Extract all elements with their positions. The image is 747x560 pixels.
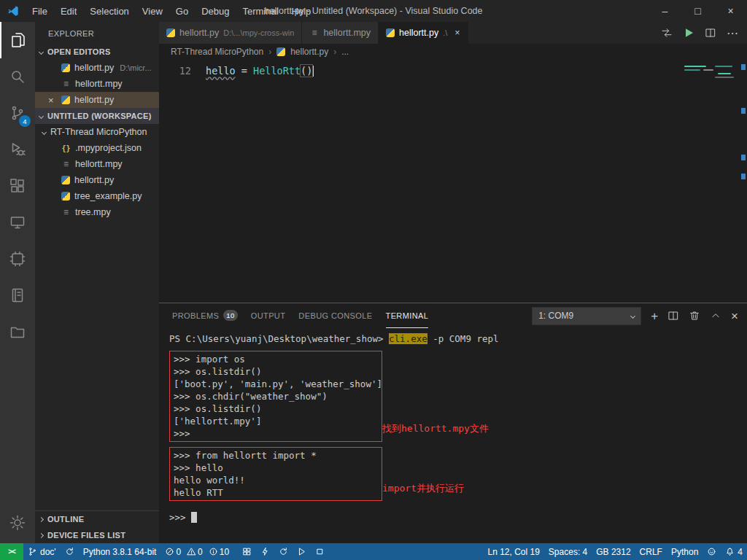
tab-output[interactable]: OUTPUT [251,303,286,328]
file-icon: ≡ [61,79,71,89]
encoding-label: GB 2312 [596,547,630,557]
more-actions-icon[interactable]: ⋯ [727,26,738,40]
file-icon: ≡ [61,159,71,169]
section-open-editors[interactable]: OPEN EDITORS [35,44,159,60]
close-window-button[interactable]: × [714,0,747,22]
error-count: 0 [176,547,181,557]
maximize-panel-icon[interactable] [710,310,721,322]
tab-terminal[interactable]: TERMINAL [386,303,429,328]
spaces-label: Spaces: 4 [549,547,587,557]
minimap[interactable] [681,63,737,92]
terminal-dropdown-value: 1: COM9 [538,311,573,321]
cursor-position[interactable]: Ln 12, Col 19 [483,543,543,560]
menu-view[interactable]: View [136,3,169,20]
panel-tab-label: TERMINAL [386,311,429,320]
panel-header: PROBLEMS 10 OUTPUT DEBUG CONSOLE TERMINA… [159,303,747,328]
split-terminal-icon[interactable] [667,310,679,322]
tree-file-item[interactable]: tree_example.py [35,188,159,204]
menu-file[interactable]: File [26,3,53,20]
board-icon[interactable] [238,543,256,560]
section-device-files[interactable]: DEVICE FILES LIST [35,527,159,543]
tab-debug-console[interactable]: DEBUG CONSOLE [298,303,372,328]
menu-debug[interactable]: Debug [196,3,235,20]
section-workspace[interactable]: UNTITLED (WORKSPACE) [35,108,159,124]
tab-hellortt-mpy[interactable]: ≡ hellortt.mpy [302,22,379,44]
micropython-extension-icon[interactable] [0,241,35,277]
refresh-icon[interactable] [274,543,293,560]
tree-folder-rt-thread[interactable]: RT-Thread MicroPython [35,124,159,140]
tree-file-item[interactable]: {} .mpyproject.json [35,140,159,156]
tree-file-item[interactable]: ≡ hellortt.mpy [35,156,159,172]
run-icon[interactable] [293,543,311,560]
file-label: tree_example.py [74,191,142,201]
close-panel-icon[interactable]: × [731,310,738,322]
open-editor-item[interactable]: hellortt.py D:\micr... [35,60,159,76]
notebook-icon[interactable] [0,277,35,314]
remote-indicator[interactable]: >< [0,543,23,560]
notifications-bell-icon[interactable]: 4 [721,543,747,560]
tab-hellortt-py-active[interactable]: hellortt.py .\ × [379,22,468,44]
status-bar-right: Ln 12, Col 19 Spaces: 4 GB 2312 CRLF Pyt… [483,543,747,560]
breadcrumb-item[interactable]: RT-Thread MicroPython [171,47,263,57]
breadcrumb-item[interactable]: ... [341,47,349,57]
extensions-icon[interactable] [0,168,35,204]
tree-file-item[interactable]: hellortt.py [35,172,159,188]
kill-terminal-icon[interactable] [689,310,700,322]
bottom-panel: PROBLEMS 10 OUTPUT DEBUG CONSOLE TERMINA… [159,303,747,543]
search-icon[interactable] [0,58,35,95]
tree-file-item[interactable]: ≡ tree.mpy [35,204,159,220]
minimize-button[interactable]: – [649,0,681,22]
stop-icon[interactable] [311,543,329,560]
open-changes-icon[interactable] [661,27,673,39]
problems-summary[interactable]: 0 0 10 [160,547,238,557]
run-file-icon[interactable] [683,27,694,39]
tab-strip: hellortt.py D:\...\mpy-cross-win ≡ hello… [159,22,747,44]
settings-gear-icon[interactable] [0,502,35,543]
menu-edit[interactable]: Edit [55,3,82,20]
notification-count: 4 [738,547,743,557]
breadcrumb-item[interactable]: hellortt.py [290,47,328,57]
tab-detail: D:\...\mpy-cross-win [223,28,294,37]
remote-explorer-icon[interactable] [0,204,35,241]
editor-actions: ⋯ [661,22,747,44]
terminal-dropdown[interactable]: 1: COM9 [532,307,641,325]
python-version-label: Python 3.8.1 64-bit [83,547,157,557]
terminal-line: hello RTT [174,486,378,499]
breadcrumb-separator: › [333,47,336,57]
tab-problems[interactable]: PROBLEMS 10 [172,303,238,328]
eol-sequence[interactable]: CRLF [635,543,667,560]
encoding[interactable]: GB 2312 [592,543,635,560]
open-editor-item-active[interactable]: × hellortt.py [35,92,159,108]
source-control-icon[interactable]: 4 [0,95,35,131]
split-editor-icon[interactable] [705,27,716,39]
device-folder-icon[interactable] [0,314,35,350]
menu-go[interactable]: Go [170,3,194,20]
flash-download-icon[interactable] [256,543,274,560]
indentation[interactable]: Spaces: 4 [544,543,592,560]
close-icon[interactable]: × [48,95,57,106]
close-tab-icon[interactable]: × [454,28,460,38]
terminal-line: ['hellortt.mpy'] [174,415,378,427]
terminal[interactable]: PS C:\Users\yuanj\Desktop\weather_show> … [159,328,747,543]
git-branch-item[interactable]: doc' [23,543,61,560]
open-editor-item[interactable]: ≡ hellortt.mpy [35,76,159,92]
maximize-button[interactable]: □ [681,0,714,22]
run-debug-icon[interactable] [0,131,35,168]
menu-selection[interactable]: Selection [84,3,134,20]
new-terminal-icon[interactable]: + [651,310,658,322]
overview-ruler-mark [741,64,746,70]
language-mode[interactable]: Python [667,543,703,560]
code-operator: = [236,65,253,77]
tab-hellortt-py-local[interactable]: hellortt.py D:\...\mpy-cross-win [159,22,302,44]
code-editor[interactable]: 12 hello = HelloRtt() [159,60,747,303]
section-outline[interactable]: OUTLINE [35,511,159,527]
terminal-line: hello world!! [174,474,378,486]
sync-icon[interactable] [61,543,79,560]
code-line: hello = HelloRtt() [206,65,314,77]
chevron-right-icon [39,532,44,537]
editor-caret [312,66,314,77]
feedback-smiley-icon[interactable] [703,543,721,560]
explorer-icon[interactable] [0,22,35,58]
python-interpreter-item[interactable]: Python 3.8.1 64-bit [79,543,161,560]
code-callee: HelloRtt [253,65,301,77]
